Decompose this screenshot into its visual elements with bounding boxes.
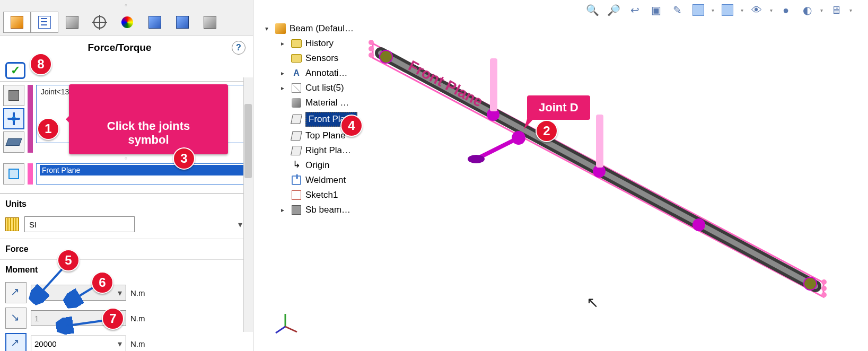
- force-label: Force: [5, 244, 29, 254]
- tree-root-label: Beam (Defaul…: [290, 23, 354, 34]
- tree-item-history[interactable]: ▸History: [280, 36, 370, 51]
- display-style-button[interactable]: [720, 2, 735, 18]
- plane-icon: [291, 146, 302, 155]
- tree-item-material-[interactable]: Material …: [280, 95, 370, 110]
- target-icon: [93, 16, 106, 29]
- appearance-icon: [121, 16, 133, 28]
- joint-d[interactable]: [512, 131, 525, 145]
- tree-item-weldment[interactable]: Weldment: [280, 173, 370, 188]
- tree-item-label: Cut list(5): [305, 83, 344, 93]
- select-joints-button[interactable]: [3, 108, 24, 129]
- orientation-cube-icon: [692, 4, 704, 16]
- annotation-view-button[interactable]: ✎: [669, 2, 685, 18]
- select-faces-button[interactable]: [3, 85, 24, 106]
- units-select[interactable]: [24, 216, 135, 232]
- force-arrow-1[interactable]: [490, 58, 497, 111]
- annotation-badge-4: 4: [340, 115, 363, 137]
- ann-icon: A: [291, 67, 302, 79]
- annotation-badge-1: 1: [37, 118, 59, 140]
- select-beams-button[interactable]: [3, 131, 24, 153]
- tree-item-sketch1[interactable]: Sketch1: [280, 188, 370, 203]
- reference-list-item[interactable]: Front Plane: [40, 165, 246, 176]
- part-icon: [275, 23, 286, 34]
- force-arrow-2[interactable]: [596, 115, 603, 168]
- expand-icon[interactable]: ▸: [281, 206, 287, 214]
- sketch-icon: [292, 190, 301, 200]
- tab-cam2[interactable]: [169, 12, 196, 33]
- cam3-icon: [204, 16, 216, 29]
- tab-feature-manager[interactable]: [3, 12, 31, 33]
- force-header[interactable]: Force ˅: [0, 239, 253, 259]
- cube-icon: [722, 4, 733, 16]
- plane-handles: [369, 40, 827, 297]
- part-icon: [11, 16, 23, 29]
- zoom-area-button[interactable]: 🔎: [606, 2, 621, 18]
- arrow-normal-icon: [10, 337, 22, 350]
- svg-line-9: [285, 327, 297, 332]
- annotation-badge-8: 8: [30, 53, 52, 75]
- tab-display-manager[interactable]: [113, 12, 141, 33]
- dropdown-icon: ▾: [712, 7, 714, 13]
- joint-e[interactable]: [593, 165, 606, 178]
- reference-list[interactable]: Front Plane: [36, 163, 250, 185]
- panel-scroll-thumb[interactable]: [244, 104, 252, 178]
- help-button[interactable]: ?: [232, 41, 246, 55]
- plane-label: Front Plane: [406, 57, 486, 110]
- tree-item-cut-list-5-[interactable]: ▸Cut list(5): [280, 81, 370, 95]
- view-orientation-button[interactable]: [690, 2, 706, 18]
- section-view-button[interactable]: ▣: [648, 2, 664, 18]
- joint-b[interactable]: [487, 108, 499, 121]
- ruler-icon: [5, 217, 19, 231]
- ok-button[interactable]: ✓: [5, 62, 25, 79]
- tab-property-manager[interactable]: [31, 12, 58, 33]
- tab-configuration-manager[interactable]: [58, 12, 86, 33]
- joint-a[interactable]: [380, 50, 392, 63]
- collapse-icon[interactable]: ▾: [265, 25, 271, 32]
- tree-item-label: Top Plane: [305, 130, 346, 141]
- panel-scrollbar[interactable]: [243, 77, 253, 332]
- tree-root[interactable]: ▾ Beam (Defaul…: [264, 21, 370, 36]
- moment-arrow[interactable]: [468, 138, 519, 163]
- tree-item-origin[interactable]: ↳Origin: [280, 158, 370, 173]
- panel-grip-top[interactable]: ○: [0, 0, 253, 10]
- svg-line-10: [276, 327, 285, 333]
- tree-item-annotati-[interactable]: ▸AAnnotati…: [280, 66, 370, 81]
- scene-button[interactable]: ◐: [799, 2, 815, 18]
- joint-f[interactable]: [692, 218, 705, 231]
- panel-title: Force/Torque: [7, 42, 232, 54]
- tree-item-sb-beam-[interactable]: ▸Sb beam…: [280, 203, 370, 217]
- moment-dir1-button[interactable]: [5, 282, 27, 303]
- expand-icon[interactable]: ▸: [281, 69, 287, 77]
- moment-normal-input[interactable]: [31, 336, 126, 351]
- joint-g[interactable]: [804, 277, 817, 290]
- appearance-button[interactable]: ●: [778, 2, 794, 18]
- svg-line-6: [476, 138, 519, 159]
- viewport-settings-button[interactable]: 🖥: [828, 2, 844, 18]
- tab-cam[interactable]: [141, 12, 169, 33]
- moment-normal-button[interactable]: [5, 333, 27, 351]
- joints-group: [380, 50, 817, 290]
- moment-dir2-button[interactable]: [5, 308, 27, 329]
- tab-dimxpert[interactable]: [86, 12, 113, 33]
- svg-point-3: [821, 279, 827, 285]
- tab-cam3[interactable]: [196, 12, 224, 33]
- expand-icon[interactable]: ▸: [281, 84, 287, 92]
- weld-icon: [292, 176, 301, 185]
- expand-icon[interactable]: ▸: [281, 40, 287, 47]
- hide-show-button[interactable]: 👁: [749, 2, 765, 18]
- select-reference-button[interactable]: [3, 163, 24, 185]
- beam-icon: [5, 138, 22, 146]
- selection-grip[interactable]: ○: [3, 156, 250, 163]
- mouse-cursor-icon: ↖: [586, 294, 599, 311]
- units-header[interactable]: Units ˄: [0, 194, 253, 214]
- moment-header[interactable]: Moment ˄: [0, 259, 253, 280]
- beam-body[interactable]: [381, 53, 816, 286]
- beam-highlight: [381, 53, 816, 286]
- folder-icon: [291, 39, 302, 48]
- moment-unit: N.m: [130, 288, 145, 297]
- tree-item-sensors[interactable]: Sensors: [280, 51, 370, 66]
- tree-item-right-pla-[interactable]: Right Pla…: [280, 143, 370, 158]
- previous-view-button[interactable]: ↩: [627, 2, 643, 18]
- zoom-fit-button[interactable]: 🔍: [584, 2, 600, 18]
- units-row: [0, 214, 253, 239]
